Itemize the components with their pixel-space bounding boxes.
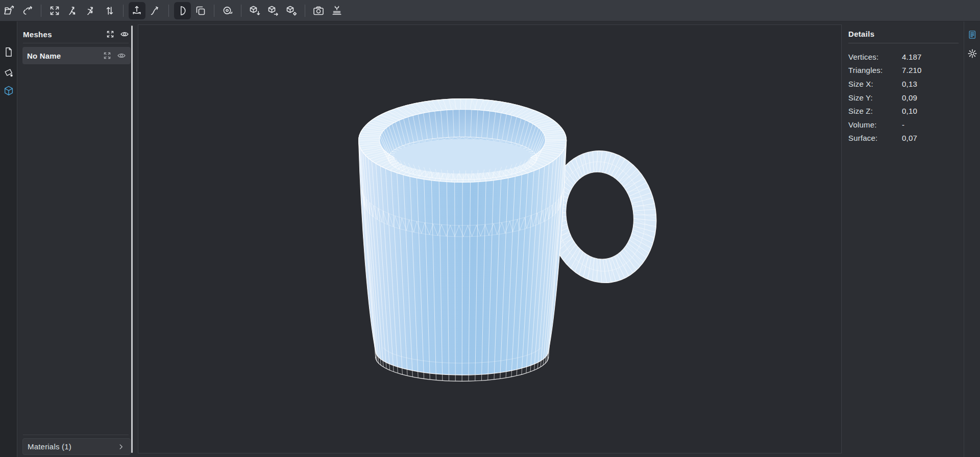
transform-anchor-icon bbox=[131, 5, 143, 17]
printer-3d-button[interactable] bbox=[329, 2, 346, 19]
details-row-value: - bbox=[902, 120, 904, 129]
settings-gear-icon bbox=[967, 48, 977, 59]
materials-label: Materials (1) bbox=[28, 442, 112, 451]
details-row: Size Y:0,09 bbox=[848, 91, 960, 105]
merge-arrows-icon bbox=[85, 5, 97, 17]
swap-vertical-icon bbox=[104, 5, 116, 17]
main-toolbar bbox=[0, 0, 980, 21]
swap-vertical-button[interactable] bbox=[102, 2, 118, 19]
mesh-item-label: No Name bbox=[27, 52, 98, 60]
details-title: Details bbox=[848, 30, 874, 38]
meshes-panel-title: Meshes bbox=[23, 30, 101, 39]
cube-export-down-button[interactable] bbox=[247, 2, 263, 19]
rail-sketch-button[interactable] bbox=[3, 67, 15, 79]
open-file-button[interactable] bbox=[1, 2, 18, 19]
toolbar-divider bbox=[214, 5, 214, 17]
curve-arrow-icon bbox=[149, 5, 161, 17]
link-import-icon bbox=[21, 5, 34, 17]
details-row-value: 0,13 bbox=[902, 80, 917, 88]
merge-arrows-button[interactable] bbox=[83, 2, 100, 19]
cube-icon bbox=[3, 85, 14, 96]
camera-button[interactable] bbox=[310, 2, 327, 19]
details-panel: Details Vertices:4.187 Triangles:7.210 S… bbox=[843, 21, 964, 457]
details-row-label: Vertices: bbox=[848, 53, 902, 61]
details-row-label: Surface: bbox=[848, 134, 902, 142]
open-file-icon bbox=[3, 5, 15, 17]
panel-divider bbox=[848, 43, 959, 43]
details-row: Size X:0,13 bbox=[848, 77, 960, 91]
viewport bbox=[138, 24, 842, 453]
fit-all-button[interactable] bbox=[105, 29, 115, 39]
link-import-button[interactable] bbox=[19, 2, 36, 19]
clip-plane-icon bbox=[176, 5, 188, 17]
details-panel-button[interactable] bbox=[967, 29, 978, 40]
details-row: Surface:0,07 bbox=[848, 132, 960, 145]
panel-splitter[interactable] bbox=[131, 26, 133, 453]
details-row: Size Z:0,10 bbox=[848, 104, 960, 118]
expand-arrows-icon bbox=[106, 30, 115, 39]
toolbar-divider bbox=[41, 5, 41, 17]
cube-export-diamond-button[interactable] bbox=[283, 2, 300, 19]
mesh-list-item[interactable]: No Name bbox=[22, 47, 131, 64]
chevron-right-icon bbox=[116, 442, 126, 452]
meshes-panel: Meshes No Name Materials bbox=[18, 21, 134, 457]
details-panel-icon bbox=[967, 30, 977, 40]
printer-3d-icon bbox=[331, 5, 343, 17]
settings-button[interactable] bbox=[967, 48, 978, 59]
rail-meshes-button[interactable] bbox=[3, 85, 15, 97]
details-row: Vertices:4.187 bbox=[848, 50, 960, 64]
mesh-canvas[interactable] bbox=[138, 25, 841, 453]
toggle-mesh-visibility-button[interactable] bbox=[116, 50, 127, 61]
details-rows: Vertices:4.187 Triangles:7.210 Size X:0,… bbox=[848, 50, 960, 145]
fit-view-button[interactable] bbox=[46, 2, 63, 19]
toolbar-divider bbox=[123, 5, 124, 17]
details-row-label: Size Z: bbox=[848, 107, 902, 115]
cube-export-down-icon bbox=[249, 5, 261, 17]
transform-anchor-button[interactable] bbox=[129, 2, 145, 19]
meshes-panel-header: Meshes bbox=[23, 28, 130, 41]
duplicate-button[interactable] bbox=[192, 2, 209, 19]
split-arrows-button[interactable] bbox=[65, 2, 82, 19]
split-arrows-icon bbox=[67, 5, 79, 17]
details-row-value: 0,10 bbox=[902, 107, 917, 115]
details-row-value: 0,09 bbox=[902, 93, 917, 102]
details-row-value: 0,07 bbox=[902, 134, 917, 142]
details-row: Triangles:7.210 bbox=[848, 64, 960, 78]
panel-divider bbox=[23, 43, 129, 43]
duplicate-icon bbox=[194, 5, 207, 17]
eye-icon bbox=[120, 30, 129, 39]
measure-tape-button[interactable] bbox=[219, 2, 236, 19]
eye-icon bbox=[117, 51, 126, 60]
panel-divider bbox=[23, 435, 129, 435]
toolbar-divider bbox=[305, 5, 305, 17]
measure-tape-icon bbox=[222, 5, 234, 17]
toolbar-divider bbox=[168, 5, 169, 17]
details-row: Volume:- bbox=[848, 118, 960, 132]
clip-plane-button[interactable] bbox=[174, 2, 191, 19]
toggle-all-visibility-button[interactable] bbox=[119, 29, 130, 39]
file-icon bbox=[3, 46, 14, 58]
sketch-plane-icon bbox=[3, 67, 14, 79]
toolbar-divider bbox=[241, 5, 241, 17]
rail-file-button[interactable] bbox=[3, 46, 15, 58]
camera-icon bbox=[312, 5, 325, 17]
expand-arrows-icon bbox=[103, 51, 112, 60]
details-row-label: Volume: bbox=[848, 120, 902, 129]
details-row-label: Size X: bbox=[848, 80, 902, 88]
details-row-value: 7.210 bbox=[902, 66, 922, 74]
left-rail bbox=[0, 21, 17, 457]
materials-row[interactable]: Materials (1) bbox=[22, 438, 131, 455]
cube-export-right-icon bbox=[267, 5, 279, 17]
fit-view-icon bbox=[48, 5, 61, 17]
fit-mesh-button[interactable] bbox=[102, 50, 112, 61]
cube-export-diamond-icon bbox=[285, 5, 298, 17]
right-rail bbox=[964, 21, 980, 457]
details-row-value: 4.187 bbox=[902, 53, 922, 61]
cube-export-right-button[interactable] bbox=[265, 2, 282, 19]
curve-arrow-button[interactable] bbox=[147, 2, 164, 19]
details-row-label: Size Y: bbox=[848, 93, 902, 102]
details-row-label: Triangles: bbox=[848, 66, 902, 74]
